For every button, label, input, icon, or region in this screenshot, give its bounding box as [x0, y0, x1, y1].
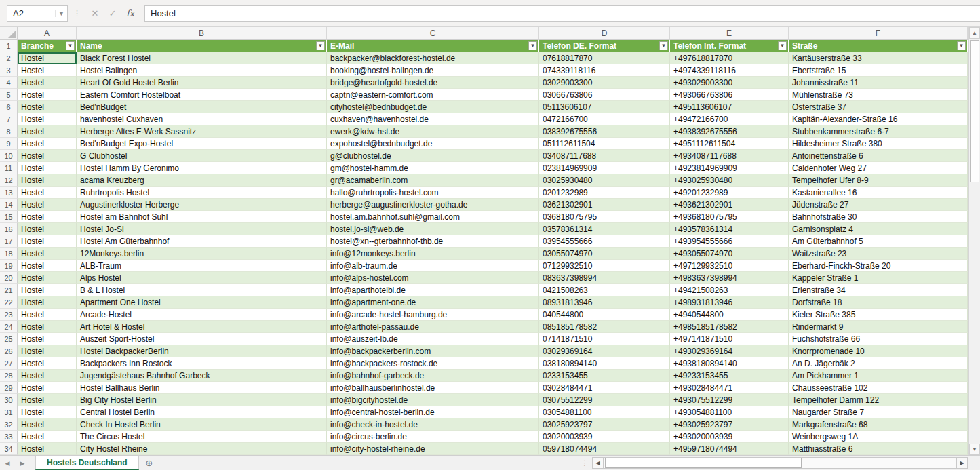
cell[interactable]: booking@hostel-balingen.de — [327, 64, 539, 77]
cell[interactable]: Hostel — [18, 431, 77, 443]
select-all-corner[interactable] — [0, 27, 18, 40]
column-header-branche[interactable]: Branche ▼ — [18, 40, 77, 52]
cell[interactable]: +4940544800 — [670, 309, 789, 321]
row-number[interactable]: 32 — [0, 418, 18, 431]
row-number[interactable]: 31 — [0, 406, 18, 418]
cell[interactable]: Caldenhofer Weg 27 — [789, 162, 968, 174]
cell[interactable]: +49201232989 — [670, 187, 789, 199]
cell[interactable]: Chausseestraße 102 — [789, 382, 968, 394]
cell[interactable]: Heart Of Gold Hostel Berlin — [77, 77, 327, 89]
cell[interactable]: hostel@xn--gterbahnhof-thb.de — [327, 235, 539, 248]
row-number[interactable]: 29 — [0, 382, 18, 394]
cell[interactable]: Hostel — [18, 321, 77, 333]
cell[interactable]: 03025923797 — [539, 418, 670, 431]
formula-input[interactable]: Hostel — [144, 5, 980, 22]
cell[interactable]: 03025930480 — [539, 174, 670, 187]
cell[interactable]: 074339118116 — [539, 64, 670, 77]
chevron-down-icon[interactable]: ▼ — [55, 10, 67, 17]
row-number[interactable]: 30 — [0, 394, 18, 406]
cell[interactable]: 085185178582 — [539, 321, 670, 333]
cell[interactable]: info@aparthotelbl.de — [327, 284, 539, 296]
row-number[interactable]: 6 — [0, 101, 18, 113]
cell[interactable]: expohostel@bednbudget.de — [327, 138, 539, 150]
cell[interactable]: Rindermarkt 9 — [789, 321, 968, 333]
row-number[interactable]: 25 — [0, 333, 18, 345]
cell[interactable]: Osterstraße 37 — [789, 101, 968, 113]
cell[interactable]: 059718074494 — [539, 443, 670, 455]
cell[interactable]: Hostel — [18, 382, 77, 394]
cell[interactable]: info@check-in-hostel.de — [327, 418, 539, 431]
cell[interactable]: +493029003300 — [670, 77, 789, 89]
cell[interactable]: Tempelhofer Damm 122 — [789, 394, 968, 406]
row-number[interactable]: 23 — [0, 309, 18, 321]
cell[interactable]: G Clubhostel — [77, 150, 327, 162]
cell[interactable]: 03029369164 — [539, 345, 670, 357]
cell[interactable]: Hostel — [18, 162, 77, 174]
filter-button[interactable]: ▼ — [316, 41, 325, 50]
vertical-scroll-track[interactable] — [969, 39, 980, 444]
cell[interactable]: Hostel — [18, 64, 77, 77]
cell[interactable]: captn@eastern-comfort.com — [327, 89, 539, 101]
cell[interactable]: Hostel — [18, 333, 77, 345]
cell[interactable]: 03020003939 — [539, 431, 670, 443]
cell[interactable]: Hostel — [18, 345, 77, 357]
cell[interactable]: 07618817870 — [539, 52, 670, 64]
cell[interactable]: Big City Hostel Berlin — [77, 394, 327, 406]
cell[interactable]: 03055074970 — [539, 248, 670, 260]
cell[interactable]: +4934087117688 — [670, 150, 789, 162]
cell[interactable]: 040544800 — [539, 309, 670, 321]
cell[interactable]: +498931813946 — [670, 296, 789, 309]
cell[interactable]: 08931813946 — [539, 296, 670, 309]
cell[interactable]: Naugarder Straße 7 — [789, 406, 968, 418]
filter-button[interactable]: ▼ — [957, 41, 966, 50]
scroll-down-icon[interactable]: ▼ — [969, 444, 980, 455]
cell[interactable]: Hostel Hamm By Geronimo — [77, 162, 327, 174]
cell[interactable]: Knorrpromenade 10 — [789, 345, 968, 357]
scroll-right-icon[interactable]: ▶ — [956, 457, 968, 469]
column-header-telefon-de[interactable]: Telefon DE. Format ▼ — [539, 40, 670, 52]
cell[interactable]: Waitzstraße 23 — [789, 248, 968, 260]
cell[interactable]: 03621302901 — [539, 199, 670, 211]
cell[interactable]: info@apartment-one.de — [327, 296, 539, 309]
cell[interactable]: Tempelhofer Ufer 8-9 — [789, 174, 968, 187]
cell[interactable]: +493029369164 — [670, 345, 789, 357]
cell[interactable]: +497618817870 — [670, 52, 789, 64]
cell[interactable]: Stubbenkammerstraße 6-7 — [789, 125, 968, 138]
cell[interactable]: 0201232989 — [539, 187, 670, 199]
cell[interactable]: 036818075795 — [539, 211, 670, 223]
cell[interactable]: 03075512299 — [539, 394, 670, 406]
cell[interactable]: Hostel — [18, 406, 77, 418]
cell[interactable]: backpacker@blackforest-hostel.de — [327, 52, 539, 64]
cell[interactable]: Hostel — [18, 77, 77, 89]
cell[interactable]: Hostel am Bahnhof Suhl — [77, 211, 327, 223]
row-number[interactable]: 4 — [0, 77, 18, 89]
row-number[interactable]: 21 — [0, 284, 18, 296]
horizontal-scroll-thumb[interactable] — [605, 458, 802, 468]
cell[interactable]: Bahnhofstraße 30 — [789, 211, 968, 223]
cell[interactable]: 034087117688 — [539, 150, 670, 162]
cell[interactable]: hallo@ruhrtropolis-hostel.com — [327, 187, 539, 199]
enter-button[interactable]: ✓ — [104, 5, 121, 22]
row-number[interactable]: 8 — [0, 125, 18, 138]
cell[interactable]: +497141871510 — [670, 333, 789, 345]
sheet-nav-left-icon[interactable]: ◀ — [0, 456, 15, 470]
row-number[interactable]: 1 — [0, 40, 18, 52]
column-letter-d[interactable]: D — [539, 27, 670, 40]
cell[interactable]: havenhostel Cuxhaven — [77, 113, 327, 125]
name-box[interactable]: A2 ▼ — [7, 5, 68, 22]
cell[interactable]: The Circus Hostel — [77, 431, 327, 443]
cell[interactable]: 05113606107 — [539, 101, 670, 113]
cell[interactable]: info@backpackerberlin.com — [327, 345, 539, 357]
cell[interactable]: +493055074970 — [670, 248, 789, 260]
cell[interactable]: Hostel — [18, 125, 77, 138]
row-number[interactable]: 3 — [0, 64, 18, 77]
cell[interactable]: 083637398994 — [539, 272, 670, 284]
cell[interactable]: Central Hostel Berlin — [77, 406, 327, 418]
cell[interactable]: City Hostel Rheine — [77, 443, 327, 455]
cell[interactable]: Hostel — [18, 89, 77, 101]
cell[interactable]: ewerk@kdw-hst.de — [327, 125, 539, 138]
row-number[interactable]: 13 — [0, 187, 18, 199]
cell[interactable]: info@circus-berlin.de — [327, 431, 539, 443]
horizontal-scroll-track[interactable] — [604, 457, 956, 469]
column-letter-e[interactable]: E — [670, 27, 789, 40]
